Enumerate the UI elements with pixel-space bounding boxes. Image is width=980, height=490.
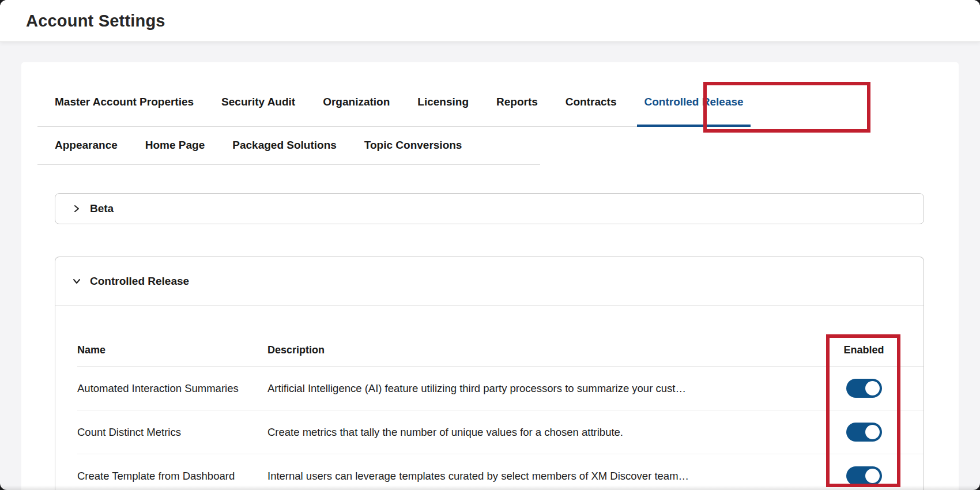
enabled-toggle[interactable] <box>846 379 882 398</box>
tab-contracts[interactable]: Contracts <box>559 80 624 127</box>
tab-home-page[interactable]: Home Page <box>138 128 212 165</box>
tab-packaged-solutions[interactable]: Packaged Solutions <box>225 128 344 165</box>
chevron-down-icon <box>73 277 81 285</box>
tab-reports[interactable]: Reports <box>489 80 545 127</box>
feature-row-automated-interaction-summaries: Automated Interaction Summaries Artifici… <box>77 367 924 410</box>
enabled-toggle[interactable] <box>846 466 882 485</box>
primary-tab-bar: Master Account Properties Security Audit… <box>48 80 751 127</box>
section-controlled-release: Controlled Release Name Description Enab… <box>55 257 924 490</box>
section-beta-title: Beta <box>90 202 114 215</box>
chevron-right-icon <box>73 205 81 213</box>
settings-panel: Master Account Properties Security Audit… <box>21 62 959 490</box>
feature-description: Artificial Intelligence (AI) feature uti… <box>267 382 827 395</box>
feature-row-count-distinct-metrics: Count Distinct Metrics Create metrics th… <box>77 410 924 454</box>
section-controlled-release-header[interactable]: Controlled Release <box>55 257 924 306</box>
app-header: Account Settings <box>0 0 980 42</box>
feature-table: Name Description Enabled Automated Inter… <box>77 334 924 490</box>
column-header-name: Name <box>77 344 267 356</box>
feature-name: Count Distinct Metrics <box>77 426 267 439</box>
page-title: Account Settings <box>0 12 165 31</box>
feature-description: Internal users can leverage templates cu… <box>267 470 827 483</box>
column-header-enabled: Enabled <box>827 344 901 356</box>
tab-appearance[interactable]: Appearance <box>48 128 125 165</box>
feature-name: Automated Interaction Summaries <box>77 382 267 395</box>
feature-name: Create Template from Dashboard <box>77 470 267 483</box>
tab-security-audit[interactable]: Security Audit <box>214 80 302 127</box>
tab-topic-conversions[interactable]: Topic Conversions <box>357 128 469 165</box>
account-settings-screen: Account Settings Master Account Properti… <box>0 0 980 490</box>
toggle-knob <box>865 425 880 439</box>
toggle-knob <box>865 381 880 395</box>
tab-organization[interactable]: Organization <box>316 80 397 127</box>
column-header-description: Description <box>267 344 827 356</box>
section-controlled-release-title: Controlled Release <box>90 275 189 288</box>
feature-row-create-template-from-dashboard: Create Template from Dashboard Internal … <box>77 454 924 490</box>
tab-controlled-release[interactable]: Controlled Release <box>637 80 750 127</box>
enabled-toggle[interactable] <box>846 423 882 442</box>
secondary-tab-bar: Appearance Home Page Packaged Solutions … <box>48 128 469 165</box>
tab-master-account-properties[interactable]: Master Account Properties <box>48 80 201 127</box>
feature-table-header: Name Description Enabled <box>77 334 924 367</box>
tab-licensing[interactable]: Licensing <box>410 80 476 127</box>
section-beta[interactable]: Beta <box>55 193 924 224</box>
feature-description: Create metrics that tally the number of … <box>267 426 827 439</box>
toggle-knob <box>865 469 880 483</box>
